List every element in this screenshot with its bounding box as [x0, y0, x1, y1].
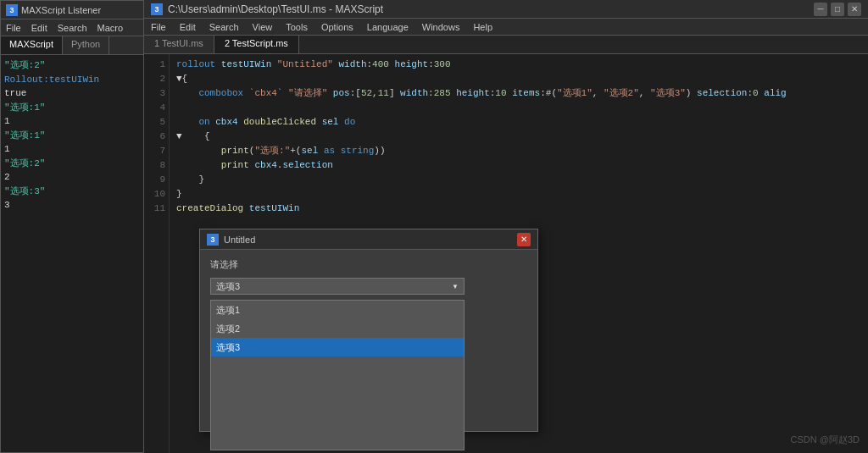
- list-item-empty-1: [211, 356, 464, 375]
- output-line-3: true: [4, 86, 140, 101]
- line-num-10: 10: [149, 187, 165, 202]
- menu-language[interactable]: Language: [360, 19, 415, 35]
- line-num-9: 9: [149, 173, 165, 187]
- minimize-button[interactable]: ─: [814, 3, 827, 16]
- line-num-6: 6: [149, 130, 165, 144]
- editor-window: 3 C:\Users\admin\Desktop\TestUI.ms - MAX…: [144, 0, 868, 453]
- menu-file[interactable]: File: [144, 19, 173, 35]
- list-item-2[interactable]: 选项2: [211, 319, 464, 338]
- menu-tools[interactable]: Tools: [279, 19, 314, 35]
- line-num-11: 11: [149, 202, 165, 216]
- maximize-button[interactable]: □: [831, 3, 844, 16]
- output-line-8: "选项:2": [4, 157, 140, 171]
- combobox-label: 请选择: [210, 258, 527, 271]
- tab-testui[interactable]: 1 TestUI.ms: [144, 36, 214, 53]
- listener-titlebar: 3 MAXScript Listener: [1, 1, 143, 19]
- listener-menu-macro[interactable]: Macro: [92, 19, 129, 36]
- listener-output: "选项:2" Rollout:testUIWin true "选项:1" 1 "…: [1, 55, 143, 452]
- output-line-7: 1: [4, 142, 140, 157]
- menu-help[interactable]: Help: [466, 19, 499, 35]
- editor-app-icon: 3: [151, 3, 163, 15]
- output-line-10: "选项:3": [4, 185, 140, 199]
- editor-titlebar: 3 C:\Users\admin\Desktop\TestUI.ms - MAX…: [144, 0, 868, 19]
- dialog-app-icon: 3: [207, 234, 219, 246]
- listener-tab-python[interactable]: Python: [63, 36, 109, 54]
- listener-menu-file[interactable]: File: [1, 19, 26, 36]
- output-line-1: "选项:2": [4, 58, 140, 73]
- line-numbers: 1 2 3 4 5 6 7 8 9 10 11: [144, 54, 170, 453]
- combobox-field[interactable]: 选项3 ▼: [210, 278, 465, 295]
- list-item-empty-2: [211, 375, 464, 394]
- menu-view[interactable]: View: [246, 19, 280, 35]
- editor-menubar: File Edit Search View Tools Options Lang…: [144, 19, 868, 36]
- menu-search[interactable]: Search: [203, 19, 246, 35]
- tab-testscript[interactable]: 2 TestScript.ms: [214, 36, 299, 53]
- watermark: CSDN @阿赵3D: [791, 434, 860, 446]
- listener-app-icon: 3: [6, 4, 18, 16]
- line-num-8: 8: [149, 158, 165, 173]
- editor-tabs: 1 TestUI.ms 2 TestScript.ms: [144, 36, 868, 54]
- line-num-1: 1: [149, 58, 165, 72]
- output-line-9: 2: [4, 170, 140, 185]
- listener-title: MAXScript Listener: [21, 5, 101, 15]
- dialog-titlebar: 3 Untitled ✕: [200, 229, 537, 250]
- list-item-empty-3: [211, 394, 464, 412]
- listener-window: 3 MAXScript Listener File Edit Search Ma…: [0, 0, 144, 453]
- list-item-empty-5: [211, 431, 464, 450]
- items-listbox[interactable]: 选项1 选项2 选项3: [210, 300, 465, 450]
- listener-tabs: MAXScript Python: [1, 36, 143, 55]
- output-line-2: Rollout:testUIWin: [4, 73, 140, 87]
- dialog-close-button[interactable]: ✕: [517, 233, 531, 246]
- output-line-4: "选项:1": [4, 101, 140, 115]
- combobox-arrow-icon: ▼: [452, 283, 459, 290]
- menu-edit[interactable]: Edit: [173, 19, 203, 35]
- dialog-title: Untitled: [224, 235, 512, 245]
- line-num-7: 7: [149, 144, 165, 158]
- output-line-11: 3: [4, 198, 140, 213]
- line-num-3: 3: [149, 86, 165, 101]
- dialog-content: 请选择 选项3 ▼ 选项1 选项2 选项3: [200, 250, 537, 453]
- list-item-1[interactable]: 选项1: [211, 301, 464, 319]
- editor-title: C:\Users\admin\Desktop\TestUI.ms - MAXSc…: [168, 3, 809, 15]
- combobox-value: 选项3: [216, 280, 240, 293]
- menu-options[interactable]: Options: [314, 19, 360, 35]
- listener-menubar: File Edit Search Macro: [1, 19, 143, 36]
- listener-tab-maxscript[interactable]: MAXScript: [1, 36, 63, 54]
- list-item-3[interactable]: 选项3: [211, 338, 464, 356]
- listener-menu-edit[interactable]: Edit: [26, 19, 53, 36]
- line-num-5: 5: [149, 115, 165, 130]
- output-line-6: "选项:1": [4, 129, 140, 143]
- list-item-empty-4: [211, 412, 464, 431]
- output-line-5: 1: [4, 114, 140, 129]
- menu-windows[interactable]: Windows: [415, 19, 467, 35]
- untitled-dialog: 3 Untitled ✕ 请选择 选项3 ▼ 选项1 选项2 选项3: [199, 229, 538, 432]
- line-num-2: 2: [149, 72, 165, 86]
- line-num-4: 4: [149, 101, 165, 115]
- listener-menu-search[interactable]: Search: [53, 19, 92, 36]
- editor-window-controls: ─ □ ✕: [814, 3, 861, 16]
- close-button[interactable]: ✕: [848, 3, 861, 16]
